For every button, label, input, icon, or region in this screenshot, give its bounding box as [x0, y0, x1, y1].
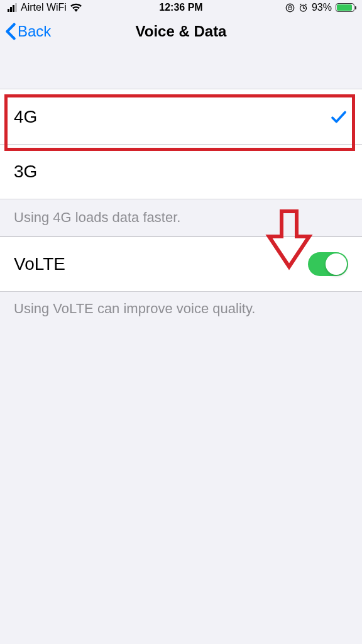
svg-line-4: [300, 4, 301, 5]
back-button[interactable]: Back: [0, 23, 51, 40]
status-right: 93%: [285, 2, 354, 13]
cellular-signal-icon: [8, 3, 17, 12]
nav-bar: Back Voice & Data: [0, 15, 362, 48]
svg-line-5: [305, 4, 307, 5]
option-label: 3G: [14, 162, 37, 182]
volte-footer: Using VoLTE can improve voice quality.: [0, 292, 362, 326]
battery-percent: 93%: [312, 2, 332, 13]
volte-row: VoLTE: [0, 236, 362, 292]
option-label: 4G: [14, 107, 37, 127]
checkmark-icon: [329, 108, 348, 126]
back-label: Back: [18, 23, 51, 40]
alarm-icon: [299, 3, 308, 13]
status-left: Airtel WiFi: [8, 2, 82, 13]
option-4g[interactable]: 4G: [0, 89, 362, 144]
carrier-label: Airtel WiFi: [21, 2, 67, 13]
options-footer: Using 4G loads data faster.: [0, 199, 362, 236]
page-title: Voice & Data: [136, 23, 227, 40]
volte-toggle[interactable]: [308, 252, 348, 276]
option-3g[interactable]: 3G: [0, 144, 362, 199]
orientation-lock-icon: [285, 3, 295, 13]
wifi-icon: [70, 3, 82, 12]
battery-icon: [336, 3, 354, 12]
clock: 12:36 PM: [159, 2, 202, 13]
status-bar: Airtel WiFi 12:36 PM 93%: [0, 0, 362, 15]
chevron-left-icon: [5, 23, 16, 40]
volte-label: VoLTE: [14, 254, 65, 274]
